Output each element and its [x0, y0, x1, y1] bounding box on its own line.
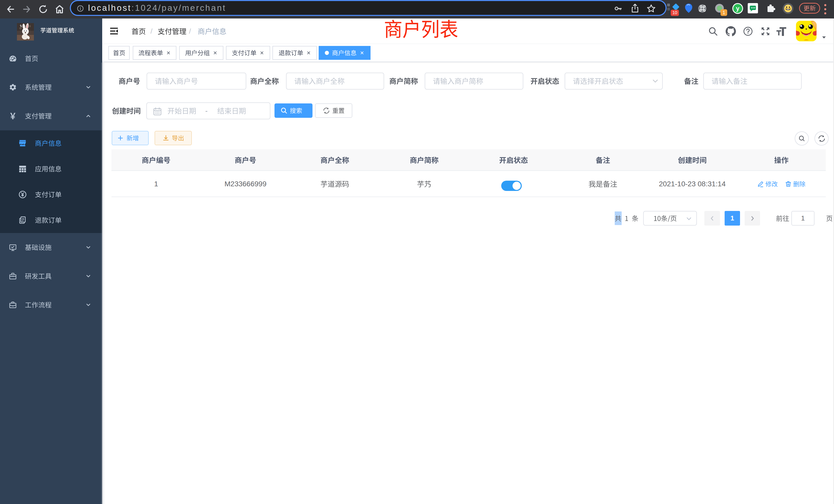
svg-text:y: y [736, 5, 740, 12]
